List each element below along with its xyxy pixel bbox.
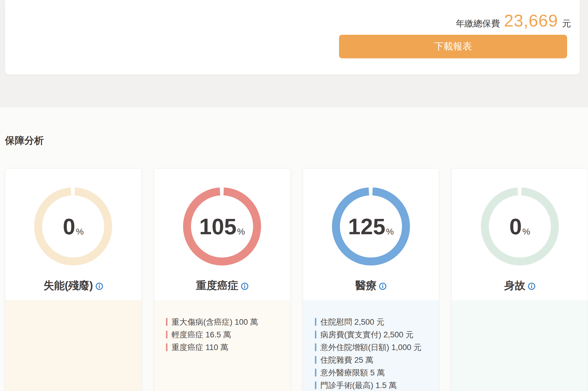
coverage-item: 病房費(實支實付) 2,500 元	[315, 328, 428, 341]
donut-chart-disability: 0 %	[34, 187, 112, 265]
premium-row: 年繳總保費 23,669 元	[456, 11, 571, 30]
info-icon[interactable]	[379, 283, 386, 290]
coverage-item-text: 輕度癌症 16.5 萬	[172, 329, 231, 340]
card-medical: 125 % 醫療	[303, 168, 439, 391]
item-bar	[315, 356, 316, 364]
coverage-item-text: 重大傷病(含癌症) 100 萬	[172, 317, 258, 327]
coverage-item-text: 病房費(實支實付) 2,500 元	[320, 329, 414, 340]
percent-number: 105	[199, 215, 237, 238]
coverage-item: 意外醫療限額 5 萬	[315, 366, 428, 379]
premium-label: 年繳總保費	[456, 18, 500, 30]
item-bar	[315, 381, 316, 389]
percent-sign: %	[76, 227, 84, 237]
info-icon[interactable]	[528, 283, 535, 290]
coverage-item: 意外住院增額(日額) 1,000 元	[315, 341, 428, 354]
item-bar	[315, 343, 316, 351]
card-top: 105 % 重度癌症	[154, 169, 290, 300]
item-bar	[166, 318, 167, 326]
percent-value: 125 %	[332, 187, 410, 265]
card-disability: 0 % 失能(殘廢)	[5, 168, 142, 391]
percent-number: 125	[348, 215, 386, 238]
coverage-item: 住院雜費 25 萬	[315, 354, 428, 366]
info-icon[interactable]	[96, 283, 103, 290]
coverage-item: 重大傷病(含癌症) 100 萬	[166, 316, 280, 328]
section-title: 保障分析	[5, 108, 588, 147]
card-title: 重度癌症	[196, 278, 238, 293]
percent-value: 105 %	[183, 187, 261, 265]
donut-chart-medical: 125 %	[332, 187, 410, 265]
card-severe-cancer: 105 % 重度癌症	[154, 168, 290, 391]
card-title-row: 失能(殘廢)	[44, 278, 103, 293]
item-bar	[315, 318, 316, 326]
percent-sign: %	[522, 227, 530, 237]
percent-sign: %	[386, 227, 394, 237]
coverage-item: 門診手術(最高) 1.5 萬	[315, 379, 428, 391]
card-detail-panel: 住院慰問 2,500 元 病房費(實支實付) 2,500 元 意外住院增額(日額…	[303, 300, 439, 391]
card-title: 身故	[504, 278, 525, 293]
coverage-item-text: 意外住院增額(日額) 1,000 元	[320, 342, 422, 353]
coverage-analysis-section: 保障分析 0 % 失能(殘廢)	[0, 108, 588, 391]
page: 年繳總保費 23,669 元 下載報表 保障分析 0 %	[0, 0, 588, 391]
top-zone: 年繳總保費 23,669 元 下載報表	[0, 0, 588, 108]
percent-number: 0	[509, 215, 522, 238]
item-bar	[315, 331, 316, 339]
percent-number: 0	[63, 215, 75, 238]
download-report-button[interactable]: 下載報表	[339, 35, 567, 58]
coverage-item-text: 門診手術(最高) 1.5 萬	[320, 380, 397, 391]
card-top: 125 % 醫療	[303, 169, 439, 300]
coverage-item: 住院慰問 2,500 元	[315, 316, 428, 328]
item-bar	[166, 343, 167, 351]
coverage-item: 重度癌症 110 萬	[166, 341, 280, 354]
card-title: 失能(殘廢)	[44, 278, 93, 293]
coverage-item-text: 意外醫療限額 5 萬	[320, 367, 385, 378]
card-detail-panel	[452, 300, 588, 391]
item-bar	[315, 369, 316, 377]
card-title-row: 重度癌症	[196, 278, 248, 293]
percent-value: 0 %	[481, 187, 559, 265]
info-icon[interactable]	[241, 283, 248, 290]
card-detail-panel	[5, 300, 141, 391]
percent-sign: %	[237, 227, 245, 237]
coverage-item: 輕度癌症 16.5 萬	[166, 328, 280, 341]
premium-unit: 元	[562, 18, 571, 30]
card-death: 0 % 身故	[451, 168, 588, 391]
card-top: 0 % 身故	[452, 169, 588, 300]
percent-value: 0 %	[34, 187, 112, 265]
card-title-row: 醫療	[355, 278, 386, 293]
coverage-item-text: 住院慰問 2,500 元	[320, 317, 385, 327]
card-title: 醫療	[355, 278, 376, 293]
premium-card: 年繳總保費 23,669 元 下載報表	[5, 0, 580, 75]
card-detail-panel: 重大傷病(含癌症) 100 萬 輕度癌症 16.5 萬 重度癌症 110 萬	[154, 300, 290, 391]
premium-value: 23,669	[504, 11, 558, 30]
coverage-item-text: 重度癌症 110 萬	[172, 342, 228, 353]
donut-chart-death: 0 %	[481, 187, 559, 265]
coverage-item-text: 住院雜費 25 萬	[320, 355, 373, 365]
item-bar	[166, 331, 167, 339]
card-top: 0 % 失能(殘廢)	[5, 169, 141, 300]
donut-chart-severe-cancer: 105 %	[183, 187, 261, 265]
card-title-row: 身故	[504, 278, 535, 293]
coverage-cards: 0 % 失能(殘廢)	[5, 168, 588, 391]
